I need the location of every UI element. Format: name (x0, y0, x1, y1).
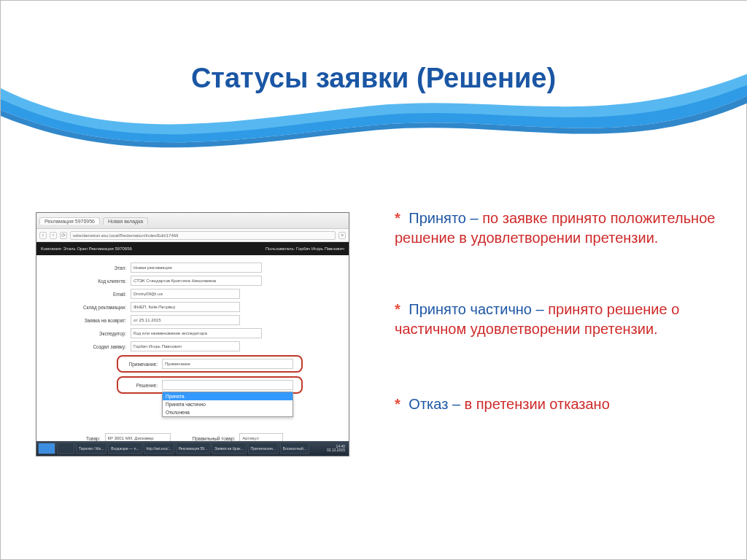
forward-button[interactable]: › (50, 232, 57, 239)
highlighted-decision-row: Решение: Принята Принята частично Отклон… (117, 376, 303, 394)
app-header-bar: Компания: Эталь Орел Рекламация 5970956 … (36, 242, 349, 255)
reload-button[interactable]: ⟳ (60, 232, 67, 239)
bullet-icon: * (395, 210, 400, 226)
label-client: Код клиента: (42, 279, 126, 284)
browser-tab[interactable]: Новая вкладка (103, 217, 148, 225)
bullet-3: * Отказ – в претензии отказано (395, 394, 716, 414)
taskbar: Тарелки / Ma... Входящие — п... http://a… (36, 441, 349, 456)
label-expeditor: Экспедитор: (42, 331, 126, 336)
taskbar-ie-icon[interactable] (57, 443, 74, 454)
url-field[interactable]: sdreclamation.eso.local/Reclamation/Inde… (70, 231, 336, 240)
input-client[interactable]: СТЭК Стандартов Кристина Николаевна (131, 276, 262, 286)
back-button[interactable]: ‹ (39, 232, 47, 239)
label-note: Примечание: (121, 362, 158, 367)
taskbar-item[interactable]: Тарелки / Ma... (76, 443, 107, 454)
browser-tab-bar: Рекламация 5970956 Новая вкладка (36, 213, 349, 229)
bullet-icon: * (395, 301, 400, 317)
taskbar-item[interactable]: http://ast.eso/... (144, 443, 174, 454)
slide: Статусы заявки (Решение) * Принято – по … (0, 0, 747, 560)
bullet-1-term: Принято (409, 210, 466, 226)
dropdown-option-accepted[interactable]: Принята (163, 392, 293, 400)
label-return: Заявка на возврат: (42, 318, 126, 323)
dropdown-option-rejected[interactable]: Отклонена (163, 408, 293, 416)
input-email[interactable]: Dmitry09@i.ua (131, 289, 240, 299)
header-right: Пользователь: Горбач Игорь Павлович (266, 246, 344, 251)
taskbar-date: 02.12.2015 (327, 448, 345, 453)
menu-button[interactable]: ≡ (338, 232, 346, 239)
embedded-screenshot: Рекламация 5970956 Новая вкладка ‹ › ⟳ s… (36, 212, 349, 456)
input-warehouse[interactable]: ФНЕП, Київ-Петрівці (131, 302, 240, 312)
start-button[interactable] (38, 443, 55, 454)
form-body: Этап:Новая рекламация Код клиента:СТЭК С… (36, 255, 349, 452)
input-expeditor[interactable]: Код или наименование экспедитора (131, 328, 262, 338)
bullet-3-desc: в претензии отказано (465, 396, 610, 412)
browser-url-bar: ‹ › ⟳ sdreclamation.eso.local/Reclamatio… (36, 229, 349, 242)
bullet-2: * Принято частично – принято решение о ч… (395, 300, 716, 339)
taskbar-item[interactable]: Заявки на брак... (212, 443, 246, 454)
select-decision[interactable] (162, 380, 293, 390)
bullet-2-term: Принято частично (409, 301, 532, 317)
input-stage[interactable]: Новая рекламация (131, 262, 262, 273)
taskbar-item[interactable]: Рекламация 59... (176, 443, 211, 454)
slide-title: Статусы заявки (Решение) (1, 63, 746, 94)
taskbar-clock: 14:40 02.12.2015 (325, 445, 347, 453)
taskbar-item[interactable]: Претензионн... (248, 443, 279, 454)
bullet-icon: * (395, 396, 400, 412)
label-created: Создал заявку: (42, 344, 126, 349)
header-left: Компания: Эталь Орел Рекламация 5970956 (41, 246, 132, 251)
bullet-1: * Принято – по заявке принято положитель… (395, 209, 716, 248)
label-correct-product: Правильный товар: (193, 436, 236, 441)
input-note[interactable]: Примечание (162, 359, 293, 369)
browser-tab-active[interactable]: Рекламация 5970956 (39, 217, 100, 225)
label-warehouse: Склад рекламации: (42, 305, 126, 310)
label-email: Email: (42, 292, 126, 297)
taskbar-item[interactable]: Блокнотный... (280, 443, 309, 454)
highlighted-note-row: Примечание:Примечание (117, 355, 303, 373)
decision-dropdown: Принята Принята частично Отклонена (162, 392, 293, 417)
dropdown-option-partial[interactable]: Принята частично (163, 400, 293, 408)
input-created[interactable]: Горбач Игорь Павлович (131, 341, 240, 351)
label-stage: Этап: (42, 265, 126, 271)
label-product: Товар: (86, 436, 101, 441)
input-return[interactable]: от 25.11.2015 (131, 315, 240, 325)
label-decision: Решение: (121, 383, 158, 388)
bullet-3-term: Отказ (409, 396, 448, 412)
taskbar-item[interactable]: Входящие — п... (108, 443, 142, 454)
